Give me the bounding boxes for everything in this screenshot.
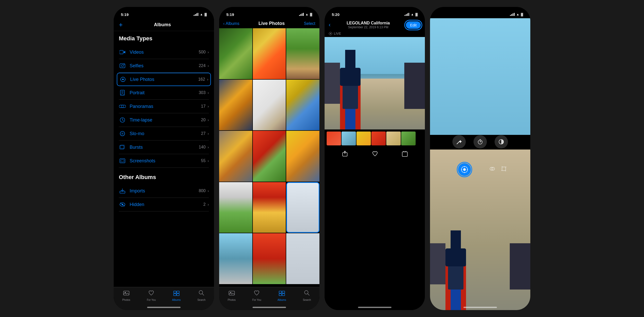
album-row-timelapse[interactable]: Time-lapse 20 › <box>119 113 209 127</box>
notch-3 <box>355 7 394 15</box>
photo-cell-15[interactable] <box>286 233 319 284</box>
status-time-2: 5:19 <box>226 12 234 17</box>
p3-nav: ‹ LEGOLAND California September 22, 2019… <box>325 18 425 30</box>
tab-albums-2[interactable]: Albums <box>269 290 294 301</box>
hidden-chevron: › <box>208 202 209 207</box>
imports-icon <box>119 187 126 194</box>
photo-cell-4[interactable] <box>219 80 252 130</box>
p4-wand-button[interactable] <box>452 135 466 148</box>
p2-back-chevron: ‹ <box>223 21 225 26</box>
battery-icon: ▓ <box>204 13 207 16</box>
photo-cell-11[interactable] <box>253 182 286 233</box>
tab-photos-1[interactable]: Photos <box>114 290 139 301</box>
tab-search-1[interactable]: Search <box>189 290 214 301</box>
videos-chevron: › <box>208 50 209 54</box>
robot-head <box>340 68 361 86</box>
favorite-button[interactable] <box>372 151 378 158</box>
svg-rect-39 <box>282 291 285 293</box>
timelapse-count: 20 <box>201 118 206 122</box>
p4-filter-button[interactable] <box>489 166 495 173</box>
building-right <box>404 63 425 109</box>
album-row-panoramas[interactable]: Panoramas 17 › <box>119 100 209 113</box>
wifi-icon-3: ▲ <box>411 13 414 16</box>
film-thumb-1[interactable] <box>327 132 341 145</box>
photo-cell-7[interactable] <box>219 131 252 182</box>
tab-search-label-2: Search <box>303 299 311 301</box>
album-row-bursts[interactable]: Bursts 140 › <box>119 141 209 154</box>
p4-main-photo <box>430 30 530 125</box>
tab-foryou-1[interactable]: For You <box>139 290 164 301</box>
p2-back-label: Albums <box>226 21 239 26</box>
live-photos-label: Live Photos <box>130 77 198 82</box>
photo-cell-10[interactable] <box>219 182 252 233</box>
album-row-live-photos[interactable]: Live Photos 162 › <box>117 73 211 86</box>
photo-cell-1[interactable] <box>219 28 252 79</box>
bursts-icon <box>119 144 126 151</box>
slomo-icon <box>119 130 126 137</box>
tab-search-label-1: Search <box>197 299 205 301</box>
photo-cell-5[interactable] <box>253 80 286 130</box>
p4-live-btn-wrapper[interactable] <box>457 162 472 177</box>
p2-back-button[interactable]: ‹ Albums <box>223 21 239 26</box>
svg-rect-41 <box>282 294 285 296</box>
svg-rect-22 <box>121 160 124 162</box>
tab-photos-2[interactable]: Photos <box>219 290 244 301</box>
robot-arm <box>345 50 355 70</box>
svg-point-34 <box>199 291 203 294</box>
status-time-3: 5:20 <box>332 12 339 17</box>
p3-back-button[interactable]: ‹ <box>329 22 330 28</box>
hidden-label: Hidden <box>130 202 203 207</box>
tab-albums-1[interactable]: Albums <box>164 290 189 301</box>
film-thumb-4[interactable] <box>371 132 386 145</box>
p4-color-button[interactable] <box>495 135 508 148</box>
p1-content: Media Types Videos 500 › Selfies 224 › <box>114 31 214 287</box>
signal-icon-2 <box>299 13 304 16</box>
svg-rect-75 <box>502 167 506 171</box>
timelapse-label: Time-lapse <box>130 117 201 123</box>
film-thumb-3[interactable] <box>356 132 371 145</box>
photo-cell-9[interactable] <box>286 131 319 182</box>
p2-select-button[interactable]: Select <box>304 21 315 26</box>
photo-cell-14[interactable] <box>253 233 286 284</box>
p4-timer-button[interactable] <box>473 135 487 148</box>
home-indicator-4 <box>463 307 497 308</box>
p4-live-fill <box>458 163 471 176</box>
photo-cell-8[interactable] <box>253 131 286 182</box>
svg-line-43 <box>308 294 309 295</box>
tab-search-2[interactable]: Search <box>294 290 320 301</box>
photo-cell-6[interactable] <box>286 80 319 130</box>
bursts-count: 140 <box>199 145 206 150</box>
share-button[interactable] <box>342 151 348 158</box>
slomo-chevron: › <box>208 132 209 136</box>
album-row-portrait[interactable]: Portrait 303 › <box>119 86 209 100</box>
wifi-icon-4: ▲ <box>516 13 519 16</box>
album-row-selfies[interactable]: Selfies 224 › <box>119 59 209 73</box>
selfies-chevron: › <box>208 64 209 68</box>
album-row-videos[interactable]: Videos 500 › <box>119 45 209 59</box>
p4-live-ring <box>457 162 472 177</box>
album-row-slomo[interactable]: Slo-mo 27 › <box>119 127 209 141</box>
album-row-screenshots[interactable]: Screenshots 55 › <box>119 154 209 168</box>
film-thumb-6[interactable] <box>401 132 416 145</box>
album-row-hidden[interactable]: Hidden 2 › <box>119 198 209 211</box>
photo-cell-13[interactable] <box>219 233 252 284</box>
p3-live-badge: LIVE <box>325 30 425 37</box>
svg-rect-30 <box>174 291 176 293</box>
signal-icon <box>194 13 198 16</box>
p4-crop-button[interactable] <box>501 166 507 173</box>
p3-main-photo[interactable] <box>325 37 425 129</box>
film-thumb-5[interactable] <box>386 132 401 145</box>
tab-foryou-2[interactable]: For You <box>244 290 270 301</box>
film-thumb-2[interactable] <box>342 132 356 145</box>
add-button[interactable]: + <box>119 21 123 29</box>
wifi-icon: ▲ <box>200 13 203 16</box>
photo-cell-selected[interactable] <box>286 182 319 233</box>
album-row-imports[interactable]: Imports 800 › <box>119 184 209 198</box>
photo-cell-3[interactable] <box>286 28 319 79</box>
p3-film-strip <box>325 129 425 147</box>
p2-nav-title: Live Photos <box>258 21 285 26</box>
delete-button[interactable] <box>402 151 408 158</box>
p3-edit-button[interactable]: Edit <box>406 21 421 29</box>
tab-photos-label-1: Photos <box>122 299 130 301</box>
photo-cell-2[interactable] <box>253 28 286 79</box>
